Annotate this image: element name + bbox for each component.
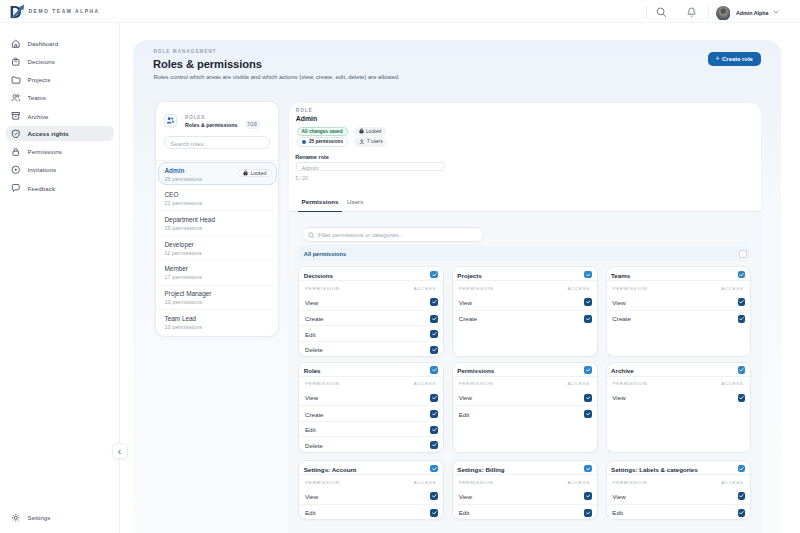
svg-text:D: D <box>10 3 22 21</box>
